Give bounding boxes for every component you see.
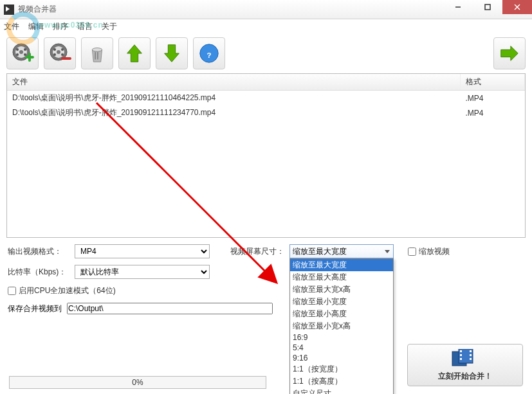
svg-point-9 [16, 53, 19, 56]
maximize-button[interactable] [473, 0, 502, 14]
scale-video-label: 缩放视频 [419, 246, 450, 257]
toolbar: ? [0, 33, 532, 73]
svg-rect-25 [460, 350, 462, 352]
screen-option[interactable]: 缩放至最小高度 [290, 308, 393, 320]
screen-option[interactable]: 16:9 [290, 332, 393, 343]
output-format-label: 输出视频格式： [8, 246, 69, 257]
progress-percent: 0% [132, 378, 143, 387]
move-down-button[interactable] [156, 37, 188, 69]
screen-option[interactable]: 缩放至最大宽度 [290, 259, 393, 271]
svg-rect-1 [485, 4, 490, 10]
screen-size-dropdown[interactable]: 缩放至最大宽度缩放至最大高度缩放至最大宽x高缩放至最小宽度缩放至最小高度缩放至最… [289, 258, 394, 394]
cpu-accel-label: 启用CPU全加速模式（64位) [19, 285, 116, 296]
move-up-button[interactable] [118, 37, 151, 69]
svg-point-15 [61, 48, 64, 51]
svg-rect-27 [460, 358, 462, 360]
svg-point-6 [19, 50, 23, 54]
svg-rect-19 [95, 52, 96, 59]
screen-option[interactable]: 1:1（按高度） [290, 375, 393, 388]
cpu-accel-checkbox[interactable] [8, 287, 16, 295]
cell-format: .MP4 [461, 91, 525, 106]
svg-point-17 [61, 53, 64, 56]
screen-option[interactable]: 1:1（按宽度） [290, 363, 393, 375]
svg-point-18 [92, 48, 102, 52]
screen-option[interactable]: 自定义尺寸 [290, 388, 393, 394]
menubar: 文件 编辑 排序 语言 关于 [0, 19, 532, 33]
svg-point-8 [24, 48, 26, 51]
screen-option[interactable]: 5:4 [290, 343, 393, 353]
col-file[interactable]: 文件 [7, 74, 461, 91]
window-controls [443, 0, 532, 14]
add-video-button[interactable] [6, 37, 39, 69]
screen-option[interactable]: 缩放至最小宽度 [290, 296, 393, 308]
table-row[interactable]: D:\tools\桌面\说明书\虎牙-胖炸_201909121110464225… [7, 91, 525, 106]
menu-sort[interactable]: 排序 [53, 21, 68, 32]
cell-file: D:\tools\桌面\说明书\虎牙-胖炸_201909121110464225… [7, 91, 461, 106]
screen-option[interactable]: 9:16 [290, 353, 393, 363]
start-button-label: 立刻开始合并！ [438, 371, 492, 382]
svg-point-10 [24, 53, 26, 56]
start-merge-button[interactable]: 立刻开始合并！ [407, 344, 523, 386]
screen-option[interactable]: 缩放至最大宽x高 [290, 283, 393, 296]
screen-option[interactable]: 缩放至最大高度 [290, 271, 393, 283]
screen-size-value: 缩放至最大宽度 [293, 246, 347, 257]
next-button[interactable] [493, 37, 526, 69]
svg-point-14 [53, 48, 56, 51]
bitrate-select[interactable]: 默认比特率 [75, 265, 210, 279]
window-title: 视频合并器 [18, 4, 57, 15]
app-icon [4, 4, 14, 15]
col-format[interactable]: 格式 [461, 74, 525, 91]
svg-rect-30 [470, 358, 472, 360]
screen-size-select[interactable]: 缩放至最大宽度 [289, 244, 394, 258]
settings-panel: 输出视频格式： MP4 视频屏幕尺寸： 缩放至最大宽度 缩放至最大宽度缩放至最大… [0, 238, 532, 314]
remove-video-button[interactable] [44, 37, 76, 69]
scale-video-checkbox[interactable] [408, 247, 416, 256]
svg-rect-26 [460, 354, 462, 356]
screen-size-label: 视频屏幕尺寸： [230, 246, 284, 257]
clear-list-button[interactable] [81, 37, 113, 69]
menu-file[interactable]: 文件 [4, 21, 19, 32]
progress-bar: 0% [9, 376, 266, 389]
svg-point-13 [57, 50, 60, 54]
svg-rect-28 [470, 350, 472, 352]
svg-rect-20 [97, 52, 98, 59]
close-button[interactable] [502, 0, 532, 14]
menu-edit[interactable]: 编辑 [28, 21, 44, 32]
screen-option[interactable]: 缩放至最小宽x高 [290, 320, 393, 332]
film-icon [451, 349, 479, 370]
minimize-button[interactable] [443, 0, 473, 14]
bitrate-label: 比特率（Kbps)： [8, 267, 69, 278]
help-button[interactable]: ? [193, 37, 225, 69]
cell-format: .MP4 [461, 105, 525, 120]
table-row[interactable]: D:\tools\桌面\说明书\虎牙-胖炸_201909121111234770… [7, 105, 525, 120]
output-format-select[interactable]: MP4 [75, 244, 210, 258]
file-list[interactable]: 文件 格式 D:\tools\桌面\说明书\虎牙-胖炸_201909121110… [6, 73, 526, 238]
menu-language[interactable]: 语言 [77, 21, 93, 32]
menu-about[interactable]: 关于 [102, 21, 117, 32]
output-path-input[interactable] [67, 303, 273, 314]
titlebar: 视频合并器 [0, 0, 532, 19]
svg-point-16 [53, 53, 56, 56]
svg-point-7 [16, 48, 19, 51]
svg-rect-29 [470, 354, 472, 356]
cell-file: D:\tools\桌面\说明书\虎牙-胖炸_201909121111234770… [7, 105, 461, 120]
save-to-label: 保存合并视频到 [8, 303, 62, 314]
svg-text:?: ? [207, 51, 212, 59]
